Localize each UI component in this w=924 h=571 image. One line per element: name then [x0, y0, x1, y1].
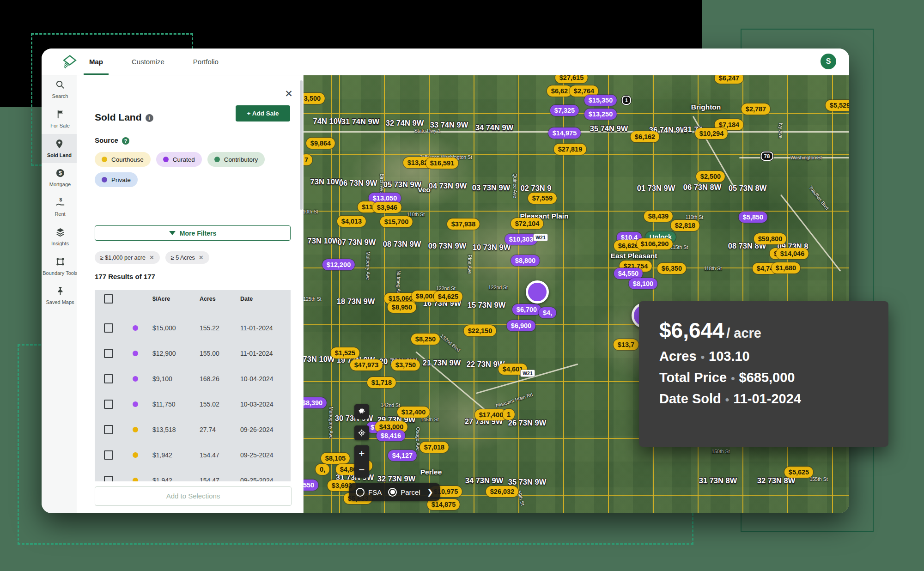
price-pill[interactable]: $6,350 [657, 263, 686, 274]
price-pill[interactable]: $8,100 [629, 278, 657, 289]
add-sale-button[interactable]: + Add Sale [236, 105, 290, 121]
source-chip-courthouse[interactable]: Courthouse [95, 152, 151, 167]
price-pill[interactable]: $27,615 [555, 75, 588, 83]
price-pill[interactable]: $15,350 [584, 95, 617, 106]
price-pill[interactable]: $13,250 [584, 109, 617, 120]
price-pill[interactable]: $7,325 [550, 105, 579, 116]
sidebar-item-rent[interactable]: $Rent [42, 193, 79, 222]
price-pill[interactable]: $1,718 [367, 377, 396, 388]
sidebar-item-sold-land[interactable]: Sold Land [42, 134, 79, 164]
price-pill[interactable]: $6,900 [507, 320, 535, 331]
route-badge[interactable]: W21 [520, 370, 535, 377]
price-pill[interactable]: $3,946 [373, 202, 401, 213]
price-pill[interactable]: $4,127 [388, 450, 417, 461]
price-pill[interactable]: $106,290 [637, 238, 673, 249]
help-icon[interactable]: ? [122, 137, 129, 145]
row-checkbox[interactable] [104, 425, 113, 434]
price-pill[interactable]: $6,247 [715, 75, 743, 84]
price-pill[interactable]: $7,018 [420, 442, 449, 453]
zoom-out-button[interactable]: − [359, 465, 365, 475]
source-chip-private[interactable]: Private [95, 172, 138, 187]
table-row[interactable]: $13,51827.7409-26-2024 [95, 417, 291, 442]
price-pill[interactable]: $8,950 [388, 302, 416, 313]
price-pill[interactable]: $9,864 [306, 138, 335, 149]
close-icon[interactable]: ✕ [284, 89, 294, 99]
chevron-right-icon[interactable]: ❯ [427, 487, 433, 497]
sidebar-item-search[interactable]: Search [42, 75, 79, 104]
table-row[interactable]: $11,750155.0210-03-2024 [95, 391, 291, 417]
price-pill[interactable]: $27,819 [554, 144, 586, 155]
price-pill[interactable]: $10,303 [505, 234, 537, 245]
remove-filter-icon[interactable]: ✕ [149, 254, 154, 261]
price-pill[interactable]: $1,680 [772, 262, 800, 273]
price-pill[interactable]: $4,013 [337, 216, 366, 227]
price-pill[interactable]: $12,200 [322, 259, 355, 270]
row-checkbox[interactable] [104, 374, 113, 383]
row-checkbox[interactable] [104, 323, 113, 333]
price-pill[interactable]: $8,439 [644, 211, 673, 222]
price-pill[interactable]: $59,800 [754, 233, 786, 244]
price-pill[interactable]: $5,625 [784, 467, 813, 478]
tab-portfolio[interactable]: Portfolio [189, 49, 222, 75]
price-pill[interactable]: $1,525 [331, 347, 359, 358]
locate-me-button[interactable] [354, 425, 369, 440]
price-pill[interactable]: $2,500 [696, 171, 725, 182]
price-pill[interactable]: $72,104 [511, 218, 543, 229]
sale-marker[interactable] [526, 280, 549, 304]
map-canvas[interactable]: 74N 10W31 74N 9W32 74N 9W33 74N 9W34 74N… [303, 75, 849, 513]
sidebar-item-saved-maps[interactable]: Saved Maps [42, 281, 79, 310]
price-pill[interactable]: $12,400 [397, 407, 430, 418]
route-badge[interactable]: 1 [622, 96, 631, 105]
sidebar-item-for-sale[interactable]: For Sale [42, 104, 79, 134]
table-row[interactable]: $1,942154.4709-25-2024 [95, 442, 291, 468]
row-checkbox[interactable] [104, 349, 113, 358]
row-checkbox[interactable] [104, 400, 113, 409]
price-pill[interactable]: $22,150 [464, 325, 496, 336]
sidebar-item-mortgage[interactable]: $Mortgage [42, 163, 79, 193]
tab-customize[interactable]: Customize [128, 49, 168, 75]
price-pill[interactable]: $8,416 [377, 430, 405, 441]
table-row[interactable]: $12,900155.0011-01-2024 [95, 340, 291, 366]
price-pill[interactable]: $4,550 [614, 268, 643, 279]
price-pill[interactable]: 0, [316, 464, 329, 475]
remove-filter-icon[interactable]: ✕ [199, 254, 204, 261]
price-pill[interactable]: $8,250 [411, 334, 440, 345]
fsa-toggle[interactable]: FSA [356, 488, 382, 497]
price-pill[interactable]: $10,294 [695, 128, 728, 139]
price-pill[interactable]: $8,390 [303, 397, 327, 408]
price-pill[interactable]: $8,800 [511, 255, 540, 266]
tab-map[interactable]: Map [85, 49, 107, 75]
panel-scrollbar[interactable] [300, 80, 303, 210]
row-checkbox[interactable] [104, 450, 113, 460]
price-pill[interactable]: $6,700 [512, 304, 541, 315]
parcel-toggle[interactable]: Parcel [388, 488, 420, 497]
price-pill[interactable]: $3,750 [391, 359, 420, 371]
price-pill[interactable]: $37,938 [447, 219, 480, 230]
row-checkbox[interactable] [104, 476, 113, 481]
source-chip-curated[interactable]: Curated [156, 152, 202, 167]
price-pill[interactable]: 550 [303, 480, 318, 491]
route-badge[interactable]: W21 [533, 234, 548, 241]
price-pill[interactable]: $2,818 [671, 220, 699, 231]
map-settings-button[interactable] [354, 404, 369, 419]
price-pill[interactable]: $5,850 [739, 212, 767, 223]
filter-chip--5-acres[interactable]: ≥ 5 Acres✕ [165, 251, 209, 264]
add-to-selections-button[interactable]: Add to Selections [95, 486, 292, 506]
price-pill[interactable]: $2,787 [742, 103, 770, 115]
zoom-in-button[interactable]: + [359, 449, 365, 459]
sidebar-item-boundary-tools[interactable]: Boundary Tools [42, 252, 79, 281]
source-chip-contributory[interactable]: Contributory [207, 152, 265, 167]
price-pill[interactable]: $4, [539, 307, 556, 318]
route-badge[interactable]: 78 [761, 152, 773, 161]
price-pill[interactable]: $26,032 [486, 486, 518, 497]
table-row[interactable]: $9,100168.2610-04-2024 [95, 366, 291, 391]
price-pill[interactable]: $8,105 [321, 453, 350, 464]
price-pill[interactable]: $14,046 [776, 248, 808, 259]
select-all-checkbox[interactable] [104, 294, 113, 304]
sidebar-item-insights[interactable]: Insights [42, 222, 79, 252]
price-pill[interactable]: $47,973 [350, 359, 383, 371]
price-pill[interactable]: $13,7 [614, 339, 638, 350]
price-pill[interactable]: $5,529 [826, 100, 849, 111]
price-pill[interactable]: $7,559 [528, 193, 557, 204]
price-pill[interactable]: $6,62 [547, 85, 572, 97]
